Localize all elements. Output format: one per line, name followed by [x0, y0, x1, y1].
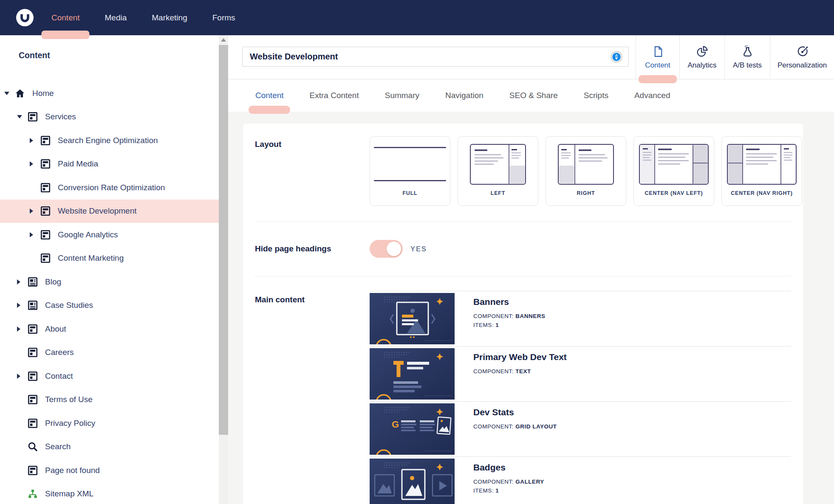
tab-content[interactable]: Content [255, 91, 284, 100]
caret-right-icon[interactable] [17, 279, 20, 284]
page-icon [27, 465, 38, 476]
layout-option-full[interactable]: FULL [370, 136, 450, 206]
active-tab-indicator [249, 106, 290, 114]
layout-option-right[interactable]: RIGHT [546, 136, 626, 206]
nav-item-media[interactable]: Media [105, 0, 127, 35]
caret-right-icon[interactable] [30, 161, 33, 166]
pie-chart-icon [695, 45, 709, 58]
tab-seo-share[interactable]: SEO & Share [509, 91, 558, 100]
content-tree-sidebar: Content Home Services Search Engine Opti… [0, 35, 219, 504]
tree-item-sitemap-xml[interactable]: Sitemap XML [0, 482, 219, 504]
document-icon [651, 45, 664, 58]
component-item-banners[interactable]: Banners COMPONENT: BANNERS ITEMS: 1 [370, 291, 791, 346]
app-tab-personalization[interactable]: Personalization [770, 35, 834, 79]
tree-item-page-not-found[interactable]: Page not found [0, 459, 219, 482]
article-icon [27, 300, 38, 311]
tree-item-search[interactable]: Search [0, 435, 219, 459]
tree-item-privacy-policy[interactable]: Privacy Policy [0, 411, 219, 435]
page-icon [27, 111, 38, 122]
tab-navigation[interactable]: Navigation [445, 91, 483, 100]
page-title-input[interactable] [242, 47, 629, 67]
component-item-badges[interactable]: Badges COMPONENT: GALLERY ITEMS: 1 [370, 456, 791, 504]
nav-item-label: Content [51, 13, 80, 23]
app-tab-content[interactable]: Content [636, 35, 679, 79]
page-icon [40, 229, 51, 240]
page-icon [40, 253, 51, 264]
property-label: Layout [255, 136, 370, 206]
caret-right-icon[interactable] [17, 303, 20, 308]
layout-center-nav-left-thumbnail [633, 141, 714, 188]
property-label: Main content [255, 295, 370, 504]
component-title: Dev Stats [473, 407, 557, 417]
caret-down-icon[interactable] [4, 92, 9, 95]
tree-item-careers[interactable]: Careers [0, 341, 219, 365]
grid-layout-thumbnail: G [370, 403, 455, 455]
umbraco-logo[interactable] [16, 9, 34, 26]
tree-item-services[interactable]: Services [0, 105, 219, 129]
layout-option-center-nav-left[interactable]: CENTER (NAV LEFT) [633, 136, 714, 206]
component-type: COMPONENT: BANNERS [473, 313, 546, 319]
banners-thumbnail [370, 293, 455, 344]
scrollbar-up-arrow[interactable] [219, 35, 228, 45]
nav-item-forms[interactable]: Forms [212, 0, 235, 35]
caret-right-icon[interactable] [30, 208, 33, 214]
layout-option-center-nav-right[interactable]: CENTER (NAV RIGHT) [721, 136, 802, 206]
content-app-switcher: Content Analytics A/B tests [636, 35, 834, 79]
layout-full-thumbnail [370, 141, 450, 188]
page-icon [40, 135, 51, 146]
tree-item-about[interactable]: About [0, 317, 219, 341]
nav-item-marketing[interactable]: Marketing [152, 0, 187, 35]
app-tab-analytics[interactable]: Analytics [679, 35, 724, 79]
toggle-knob [386, 241, 401, 256]
tab-advanced[interactable]: Advanced [634, 91, 670, 100]
nav-item-label: Media [105, 13, 127, 23]
scrollbar-thumb[interactable] [219, 45, 228, 435]
layout-option-left[interactable]: LEFT [458, 136, 538, 206]
caret-right-icon[interactable] [17, 327, 20, 332]
page-icon [40, 182, 51, 193]
component-list: Banners COMPONENT: BANNERS ITEMS: 1 [370, 291, 791, 504]
tab-scripts[interactable]: Scripts [584, 91, 608, 100]
caret-down-icon[interactable] [17, 115, 22, 118]
tree-item-case-studies[interactable]: Case Studies [0, 294, 219, 318]
content-tree: Home Services Search Engine Optimization… [0, 82, 219, 504]
flask-icon [741, 45, 754, 58]
tree-item-paid-media[interactable]: Paid Media [0, 152, 219, 176]
tree-item-content-marketing[interactable]: Content Marketing [0, 247, 219, 270]
page-icon [27, 324, 38, 335]
up-arrow-icon [221, 38, 226, 42]
property-label: Hide page headings [255, 244, 370, 253]
hide-page-headings-toggle[interactable] [370, 240, 403, 258]
nav-item-content[interactable]: Content [51, 0, 80, 35]
tree-item-website-development[interactable]: Website Development [0, 200, 219, 223]
nav-item-label: Marketing [152, 13, 187, 23]
tree-item-conversion-rate-optimization[interactable]: Conversion Rate Optimization [0, 176, 219, 200]
tree-item-blog[interactable]: Blog [0, 270, 219, 294]
page-icon [40, 158, 51, 169]
tree-item-contact[interactable]: Contact [0, 364, 219, 388]
password-manager-icon[interactable] [611, 51, 622, 63]
properties-card: Layout FULL [243, 124, 803, 504]
svg-text:G: G [392, 419, 399, 430]
page-icon [27, 394, 38, 405]
tree-item-google-analytics[interactable]: Google Analytics [0, 223, 219, 247]
tree-scrollbar[interactable] [219, 35, 228, 504]
sitemap-icon [27, 488, 38, 499]
caret-right-icon[interactable] [17, 374, 20, 379]
component-item-dev-stats[interactable]: G [370, 401, 791, 456]
tab-extra-content[interactable]: Extra Content [310, 91, 359, 100]
tree-item-home[interactable]: Home [0, 82, 219, 105]
home-icon [14, 88, 25, 99]
editor-body: Layout FULL [228, 112, 834, 504]
tree-item-terms-of-use[interactable]: Terms of Use [0, 388, 219, 412]
component-item-primary-web-dev-text[interactable]: Primary Web Dev Text COMPONENT: TEXT [370, 346, 791, 401]
component-title: Banners [473, 297, 546, 307]
caret-right-icon[interactable] [30, 138, 33, 143]
property-layout: Layout FULL [243, 124, 803, 221]
component-type: COMPONENT: GALLERY [473, 479, 544, 485]
app-tab-ab-tests[interactable]: A/B tests [724, 35, 770, 79]
tree-item-search-engine-optimization[interactable]: Search Engine Optimization [0, 129, 219, 152]
component-title: Badges [473, 462, 544, 473]
tab-summary[interactable]: Summary [385, 91, 419, 100]
caret-right-icon[interactable] [30, 232, 33, 237]
